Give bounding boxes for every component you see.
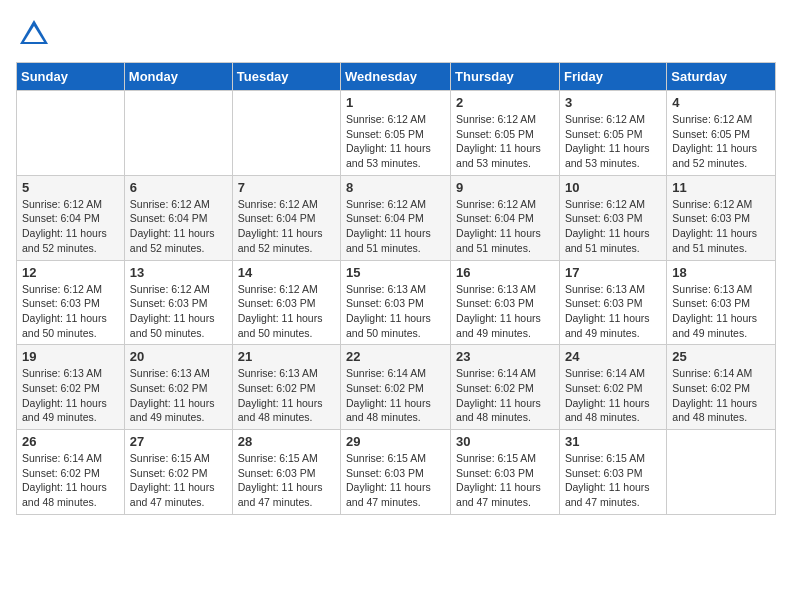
calendar-cell: 4Sunrise: 6:12 AM Sunset: 6:05 PM Daylig… [667, 91, 776, 176]
day-number: 9 [456, 180, 554, 195]
day-info: Sunrise: 6:12 AM Sunset: 6:04 PM Dayligh… [346, 197, 445, 256]
calendar-week-3: 19Sunrise: 6:13 AM Sunset: 6:02 PM Dayli… [17, 345, 776, 430]
day-info: Sunrise: 6:12 AM Sunset: 6:03 PM Dayligh… [22, 282, 119, 341]
day-info: Sunrise: 6:12 AM Sunset: 6:04 PM Dayligh… [22, 197, 119, 256]
calendar-cell: 2Sunrise: 6:12 AM Sunset: 6:05 PM Daylig… [451, 91, 560, 176]
calendar-cell: 29Sunrise: 6:15 AM Sunset: 6:03 PM Dayli… [341, 430, 451, 515]
day-number: 28 [238, 434, 335, 449]
day-info: Sunrise: 6:15 AM Sunset: 6:02 PM Dayligh… [130, 451, 227, 510]
day-info: Sunrise: 6:14 AM Sunset: 6:02 PM Dayligh… [672, 366, 770, 425]
day-number: 13 [130, 265, 227, 280]
calendar-cell: 24Sunrise: 6:14 AM Sunset: 6:02 PM Dayli… [559, 345, 666, 430]
day-number: 10 [565, 180, 661, 195]
calendar-cell: 25Sunrise: 6:14 AM Sunset: 6:02 PM Dayli… [667, 345, 776, 430]
day-info: Sunrise: 6:12 AM Sunset: 6:03 PM Dayligh… [565, 197, 661, 256]
day-number: 1 [346, 95, 445, 110]
calendar-cell: 18Sunrise: 6:13 AM Sunset: 6:03 PM Dayli… [667, 260, 776, 345]
day-number: 26 [22, 434, 119, 449]
calendar-cell: 11Sunrise: 6:12 AM Sunset: 6:03 PM Dayli… [667, 175, 776, 260]
calendar-cell: 5Sunrise: 6:12 AM Sunset: 6:04 PM Daylig… [17, 175, 125, 260]
day-info: Sunrise: 6:13 AM Sunset: 6:02 PM Dayligh… [130, 366, 227, 425]
day-info: Sunrise: 6:12 AM Sunset: 6:04 PM Dayligh… [238, 197, 335, 256]
day-info: Sunrise: 6:13 AM Sunset: 6:03 PM Dayligh… [672, 282, 770, 341]
day-number: 2 [456, 95, 554, 110]
day-number: 17 [565, 265, 661, 280]
calendar-week-1: 5Sunrise: 6:12 AM Sunset: 6:04 PM Daylig… [17, 175, 776, 260]
day-info: Sunrise: 6:14 AM Sunset: 6:02 PM Dayligh… [456, 366, 554, 425]
day-info: Sunrise: 6:14 AM Sunset: 6:02 PM Dayligh… [346, 366, 445, 425]
calendar-cell [17, 91, 125, 176]
day-number: 16 [456, 265, 554, 280]
day-number: 22 [346, 349, 445, 364]
day-info: Sunrise: 6:12 AM Sunset: 6:05 PM Dayligh… [565, 112, 661, 171]
calendar-cell [232, 91, 340, 176]
day-number: 3 [565, 95, 661, 110]
day-info: Sunrise: 6:13 AM Sunset: 6:03 PM Dayligh… [565, 282, 661, 341]
day-info: Sunrise: 6:13 AM Sunset: 6:03 PM Dayligh… [456, 282, 554, 341]
logo-icon [16, 16, 52, 52]
day-info: Sunrise: 6:15 AM Sunset: 6:03 PM Dayligh… [238, 451, 335, 510]
day-info: Sunrise: 6:13 AM Sunset: 6:02 PM Dayligh… [238, 366, 335, 425]
calendar-cell: 21Sunrise: 6:13 AM Sunset: 6:02 PM Dayli… [232, 345, 340, 430]
day-info: Sunrise: 6:12 AM Sunset: 6:04 PM Dayligh… [456, 197, 554, 256]
calendar-cell [667, 430, 776, 515]
calendar-cell: 28Sunrise: 6:15 AM Sunset: 6:03 PM Dayli… [232, 430, 340, 515]
calendar-cell: 13Sunrise: 6:12 AM Sunset: 6:03 PM Dayli… [124, 260, 232, 345]
day-info: Sunrise: 6:15 AM Sunset: 6:03 PM Dayligh… [456, 451, 554, 510]
day-number: 20 [130, 349, 227, 364]
day-info: Sunrise: 6:13 AM Sunset: 6:03 PM Dayligh… [346, 282, 445, 341]
day-number: 4 [672, 95, 770, 110]
calendar-cell: 9Sunrise: 6:12 AM Sunset: 6:04 PM Daylig… [451, 175, 560, 260]
day-info: Sunrise: 6:12 AM Sunset: 6:03 PM Dayligh… [672, 197, 770, 256]
day-number: 25 [672, 349, 770, 364]
day-header-friday: Friday [559, 63, 666, 91]
day-info: Sunrise: 6:15 AM Sunset: 6:03 PM Dayligh… [565, 451, 661, 510]
calendar-cell: 14Sunrise: 6:12 AM Sunset: 6:03 PM Dayli… [232, 260, 340, 345]
calendar-cell: 6Sunrise: 6:12 AM Sunset: 6:04 PM Daylig… [124, 175, 232, 260]
day-number: 31 [565, 434, 661, 449]
day-number: 7 [238, 180, 335, 195]
calendar-week-0: 1Sunrise: 6:12 AM Sunset: 6:05 PM Daylig… [17, 91, 776, 176]
day-number: 18 [672, 265, 770, 280]
calendar-cell: 27Sunrise: 6:15 AM Sunset: 6:02 PM Dayli… [124, 430, 232, 515]
day-number: 27 [130, 434, 227, 449]
day-info: Sunrise: 6:12 AM Sunset: 6:05 PM Dayligh… [672, 112, 770, 171]
day-number: 29 [346, 434, 445, 449]
calendar-cell: 22Sunrise: 6:14 AM Sunset: 6:02 PM Dayli… [341, 345, 451, 430]
calendar-cell: 20Sunrise: 6:13 AM Sunset: 6:02 PM Dayli… [124, 345, 232, 430]
day-header-sunday: Sunday [17, 63, 125, 91]
day-number: 15 [346, 265, 445, 280]
day-info: Sunrise: 6:12 AM Sunset: 6:03 PM Dayligh… [238, 282, 335, 341]
day-number: 21 [238, 349, 335, 364]
calendar-cell: 26Sunrise: 6:14 AM Sunset: 6:02 PM Dayli… [17, 430, 125, 515]
calendar-week-4: 26Sunrise: 6:14 AM Sunset: 6:02 PM Dayli… [17, 430, 776, 515]
calendar-cell: 12Sunrise: 6:12 AM Sunset: 6:03 PM Dayli… [17, 260, 125, 345]
calendar-cell: 1Sunrise: 6:12 AM Sunset: 6:05 PM Daylig… [341, 91, 451, 176]
calendar-cell: 30Sunrise: 6:15 AM Sunset: 6:03 PM Dayli… [451, 430, 560, 515]
day-number: 19 [22, 349, 119, 364]
day-number: 8 [346, 180, 445, 195]
calendar-cell: 15Sunrise: 6:13 AM Sunset: 6:03 PM Dayli… [341, 260, 451, 345]
day-header-monday: Monday [124, 63, 232, 91]
day-header-thursday: Thursday [451, 63, 560, 91]
day-info: Sunrise: 6:12 AM Sunset: 6:04 PM Dayligh… [130, 197, 227, 256]
calendar-week-2: 12Sunrise: 6:12 AM Sunset: 6:03 PM Dayli… [17, 260, 776, 345]
day-number: 5 [22, 180, 119, 195]
day-number: 23 [456, 349, 554, 364]
day-info: Sunrise: 6:13 AM Sunset: 6:02 PM Dayligh… [22, 366, 119, 425]
calendar-cell: 8Sunrise: 6:12 AM Sunset: 6:04 PM Daylig… [341, 175, 451, 260]
calendar: SundayMondayTuesdayWednesdayThursdayFrid… [16, 62, 776, 515]
day-header-tuesday: Tuesday [232, 63, 340, 91]
day-number: 12 [22, 265, 119, 280]
day-info: Sunrise: 6:14 AM Sunset: 6:02 PM Dayligh… [22, 451, 119, 510]
day-info: Sunrise: 6:12 AM Sunset: 6:03 PM Dayligh… [130, 282, 227, 341]
calendar-cell: 10Sunrise: 6:12 AM Sunset: 6:03 PM Dayli… [559, 175, 666, 260]
day-number: 30 [456, 434, 554, 449]
logo [16, 16, 56, 52]
calendar-cell: 7Sunrise: 6:12 AM Sunset: 6:04 PM Daylig… [232, 175, 340, 260]
page-header [16, 16, 776, 52]
day-number: 11 [672, 180, 770, 195]
day-header-saturday: Saturday [667, 63, 776, 91]
day-info: Sunrise: 6:12 AM Sunset: 6:05 PM Dayligh… [346, 112, 445, 171]
day-info: Sunrise: 6:12 AM Sunset: 6:05 PM Dayligh… [456, 112, 554, 171]
